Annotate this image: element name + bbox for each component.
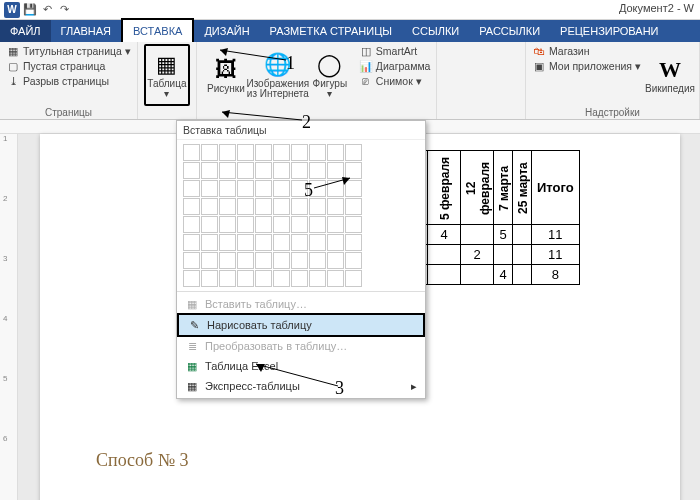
convert-icon: ≣: [185, 339, 199, 353]
title-bar: W 💾 ↶ ↷ Документ2 - W: [0, 0, 700, 20]
tab-insert[interactable]: ВСТАВКА: [121, 18, 194, 42]
tab-references[interactable]: ССЫЛКИ: [402, 20, 469, 42]
screenshot-icon: ⎚: [359, 74, 373, 88]
group-tables: ▦ Таблица▾: [138, 42, 197, 119]
menu-draw-table[interactable]: ✎Нарисовать таблицу: [177, 313, 425, 337]
menu-excel-table[interactable]: ▦Таблица Excel: [177, 356, 425, 376]
table-button[interactable]: ▦ Таблица▾: [144, 44, 190, 106]
chevron-down-icon: ▾: [327, 88, 332, 99]
screenshot-button[interactable]: ⎚Снимок ▾: [359, 74, 431, 88]
menu-quick-tables[interactable]: ▦Экспресс-таблицы▸: [177, 376, 425, 396]
dropdown-menu: ▦Вставить таблицу… ✎Нарисовать таблицу ≣…: [177, 291, 425, 398]
dropdown-header: Вставка таблицы: [177, 121, 425, 140]
chart-button[interactable]: 📊Диаграмма: [359, 59, 431, 73]
page-break-button[interactable]: ⤓Разрыв страницы: [6, 74, 131, 88]
ribbon-tabs: ФАЙЛ ГЛАВНАЯ ВСТАВКА ДИЗАЙН РАЗМЕТКА СТР…: [0, 20, 700, 42]
group-label: Надстройки: [532, 106, 693, 119]
picture-icon: 🖼: [211, 56, 241, 84]
my-apps-button[interactable]: ▣Мои приложения ▾: [532, 59, 641, 73]
menu-convert-table[interactable]: ≣Преобразовать в таблицу…: [177, 336, 425, 356]
undo-icon[interactable]: ↶: [40, 3, 54, 17]
chevron-down-icon: ▾: [635, 60, 641, 72]
document-title: Документ2 - W: [619, 2, 694, 14]
chevron-down-icon: ▾: [164, 88, 169, 99]
online-picture-icon: 🌐: [263, 51, 293, 79]
group-pages: ▦Титульная страница ▾ ▢Пустая страница ⤓…: [0, 42, 138, 119]
wikipedia-icon: W: [655, 56, 685, 84]
save-icon[interactable]: 💾: [23, 3, 37, 17]
store-button[interactable]: 🛍Магазин: [532, 44, 641, 58]
smartart-icon: ◫: [359, 44, 373, 58]
chevron-down-icon: ▾: [416, 75, 422, 87]
break-icon: ⤓: [6, 74, 20, 88]
table-icon: ▦: [152, 51, 182, 79]
chevron-right-icon: ▸: [411, 380, 417, 393]
pictures-button[interactable]: 🖼Рисунки: [203, 44, 249, 106]
redo-icon[interactable]: ↷: [57, 3, 71, 17]
table-icon: ▦: [185, 379, 199, 393]
table-icon: ▦: [185, 297, 199, 311]
col-total: Итого: [532, 151, 580, 225]
cover-page-button[interactable]: ▦Титульная страница ▾: [6, 44, 131, 58]
wikipedia-button[interactable]: WВикипедия: [647, 44, 693, 106]
chart-icon: 📊: [359, 59, 373, 73]
tab-review[interactable]: РЕЦЕНЗИРОВАНИ: [550, 20, 668, 42]
page-icon: ▦: [6, 44, 20, 58]
apps-icon: ▣: [532, 59, 546, 73]
page-icon: ▢: [6, 59, 20, 73]
quick-access-toolbar: W 💾 ↶ ↷: [4, 2, 71, 18]
smartart-button[interactable]: ◫SmartArt: [359, 44, 431, 58]
vertical-ruler[interactable]: 123456: [0, 134, 18, 500]
tab-layout[interactable]: РАЗМЕТКА СТРАНИЦЫ: [260, 20, 402, 42]
store-icon: 🛍: [532, 44, 546, 58]
shapes-icon: ◯: [315, 51, 345, 79]
tab-design[interactable]: ДИЗАЙН: [194, 20, 259, 42]
menu-insert-table[interactable]: ▦Вставить таблицу…: [177, 294, 425, 314]
insert-table-grid[interactable]: [177, 140, 425, 291]
table-dropdown: Вставка таблицы ▦Вставить таблицу… ✎Нари…: [176, 120, 426, 399]
blank-page-button[interactable]: ▢Пустая страница: [6, 59, 131, 73]
ribbon: ▦Титульная страница ▾ ▢Пустая страница ⤓…: [0, 42, 700, 120]
document-caption: Способ № 3: [96, 450, 188, 471]
shapes-button[interactable]: ◯Фигуры▾: [307, 44, 353, 106]
group-addins: 🛍Магазин ▣Мои приложения ▾ WВикипедия На…: [526, 42, 700, 119]
online-pictures-button[interactable]: 🌐Изображения из Интернета: [255, 44, 301, 106]
tab-file[interactable]: ФАЙЛ: [0, 20, 51, 42]
chevron-down-icon: ▾: [125, 45, 131, 57]
pencil-icon: ✎: [187, 318, 201, 332]
group-label: Страницы: [6, 106, 131, 119]
excel-icon: ▦: [185, 359, 199, 373]
word-icon: W: [4, 2, 20, 18]
tab-home[interactable]: ГЛАВНАЯ: [51, 20, 121, 42]
tab-mailings[interactable]: РАССЫЛКИ: [469, 20, 550, 42]
group-illustrations: 🖼Рисунки 🌐Изображения из Интернета ◯Фигу…: [197, 42, 438, 119]
